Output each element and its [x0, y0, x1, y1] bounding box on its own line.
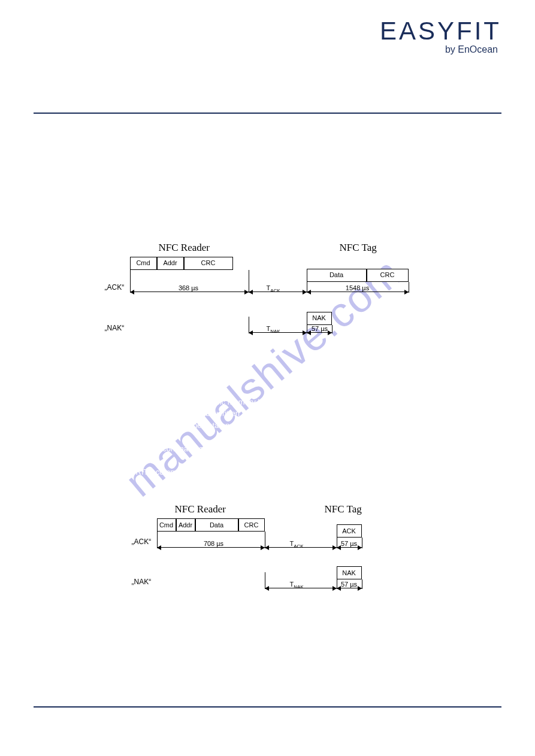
dim-tnak-label: TNAK	[290, 579, 304, 591]
nak-row-label: „NAK“	[132, 576, 152, 587]
nak-box: NAK	[307, 312, 332, 325]
para: Figure 26 below shows the WRITE command …	[34, 466, 501, 478]
figure-read-sequence: NFC Reader NFC Tag Cmd Addr CRC Data CRC…	[34, 240, 501, 354]
cmd-box: Cmd	[157, 518, 176, 532]
para: If an error occurs then the NFC tag will…	[34, 200, 501, 212]
footer-right: F-710-017, V1.0 STM 550 / EMSI User Manu…	[292, 714, 501, 720]
section-heading-read: 7.3.2 Read command	[34, 138, 501, 150]
dim-57-label: 57 µs	[308, 324, 332, 334]
dim-368-label: 368 µs	[171, 283, 207, 293]
fig-caption-26: Figure 26 – NFC write command sequence	[34, 607, 501, 619]
crc-box: CRC	[184, 257, 233, 270]
para: The read command is used to read data fr…	[34, 153, 501, 177]
tick	[362, 538, 362, 548]
data-box: Data	[307, 269, 367, 282]
figure-write-sequence: NFC Reader NFC Tag Cmd Addr Data CRC ACK…	[34, 502, 501, 603]
footer-left: © 2021 EnOcean | www.enocean.com	[34, 714, 135, 720]
page-content: 7.3.2 Read command The read command is u…	[34, 126, 501, 619]
brand-header: EASYFIT by EnOcean	[380, 17, 501, 55]
doc-title: STM 550 / EMSI	[34, 90, 86, 98]
dim-1548-label: 1548 µs	[340, 283, 376, 293]
para: The time between receiving the write com…	[34, 443, 501, 466]
cmd-box: Cmd	[130, 257, 157, 270]
nak-box: NAK	[337, 566, 362, 579]
crc-box: CRC	[238, 518, 265, 532]
ack-row-label: „ACK“	[105, 282, 125, 293]
dim-tack-label: TACK	[267, 283, 280, 294]
tag-title: NFC Tag	[325, 502, 362, 517]
tick	[332, 325, 333, 333]
reader-title: NFC Reader	[175, 502, 226, 517]
dim-tack-label: TACK	[290, 539, 304, 550]
timing-diagram-write: NFC Reader NFC Tag Cmd Addr Data CRC ACK…	[139, 502, 397, 603]
logo-text: EASYFIT	[380, 17, 501, 45]
para: The WRITE command is used to write data …	[34, 396, 501, 420]
addr-box: Addr	[157, 257, 184, 270]
crc-box: CRC	[367, 269, 409, 282]
nak-row-label: „NAK“	[105, 323, 125, 333]
reader-title: NFC Reader	[159, 240, 210, 256]
tick	[409, 282, 409, 293]
addr-box: Addr	[176, 518, 195, 532]
logo-byline: by EnOcean	[380, 44, 501, 55]
fig-caption-25: Figure 25 – NFC read command sequence	[34, 357, 501, 369]
para: Figure 25 below shows the READ command s…	[34, 211, 501, 223]
ack-row-label: „ACK“	[132, 536, 152, 547]
data-box: Data	[195, 518, 238, 532]
tag-title: NFC Tag	[340, 240, 377, 256]
para: Upon reception, the NFC processor will s…	[34, 420, 501, 443]
ack-box: ACK	[337, 524, 362, 538]
footer-rule	[34, 706, 501, 708]
dim-57a-label: 57 µs	[337, 539, 361, 549]
timing-diagram-read: NFC Reader NFC Tag Cmd Addr CRC Data CRC…	[112, 240, 424, 354]
para: Upon receiving the READ command, the NFC…	[34, 177, 501, 200]
dim-57b-label: 57 µs	[337, 579, 361, 590]
tick	[362, 579, 362, 589]
header-rule	[34, 113, 501, 114]
dim-tnak-label: TNAK	[267, 324, 280, 335]
dim-708-label: 708 µs	[196, 539, 232, 549]
doc-subtitle: EASYFIT MULTISENSOR FOR IOT APPLICATIONS…	[34, 102, 251, 110]
section-heading-write: 7.3.3 Write command	[34, 381, 501, 393]
